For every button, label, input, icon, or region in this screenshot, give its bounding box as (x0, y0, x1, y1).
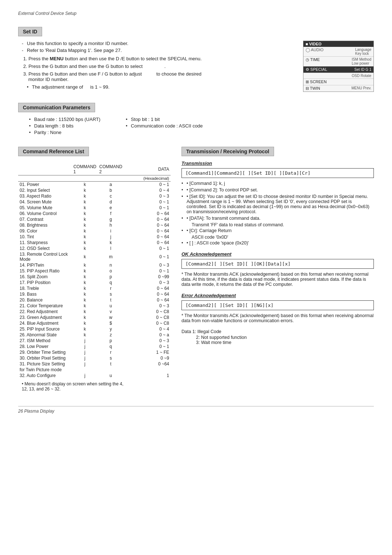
comm-params-cols: Baud rate : 115200 bps (UART) Data lengt… (18, 117, 374, 137)
note: • [Cr]: Carriage Return (181, 228, 374, 233)
note: • [Command 1]: k, j (181, 181, 374, 186)
table-row: 12. OSD Select k l 0 ~ 1 (18, 246, 171, 251)
cmd-name: 20. Balance (18, 297, 72, 303)
cmd2: p (98, 338, 124, 344)
cmd2: r (98, 285, 124, 291)
ok-ack-note: * The Monitor transmits ACK (acknowledge… (181, 272, 374, 287)
cmd2: $ (98, 320, 124, 326)
comm-params-section: Communication Parameters Baud rate : 115… (18, 103, 374, 137)
data-note-indent: Transmit 'FF' data to read status of com… (181, 222, 374, 227)
bullet-item: Use this function to specify a monitor I… (22, 41, 292, 46)
cmd2: u (98, 303, 124, 309)
table-row: 27. ISM Method j p 0 ~ 3 (18, 338, 171, 344)
step-2: 2. Press the G button and then use the G… (23, 64, 292, 69)
cmd2: s (98, 291, 124, 297)
note: • [Command 2]: To control PDP set. (181, 187, 374, 193)
cmd1: k (72, 274, 98, 280)
cmd-data: 0 ~ 4 (124, 187, 171, 193)
cmd-name: 05. Volume Mute (18, 205, 72, 211)
cmd-data: 0 ~ 1 (124, 246, 171, 251)
cmd-data (124, 367, 171, 373)
cmd-name: 14. PIP/Twin (18, 262, 72, 268)
cmd-name: 15. PIP Aspect Ratio (18, 268, 72, 274)
cmd-data: 0 ~ 1 (124, 205, 171, 211)
cmd-name: 07. Contrast (18, 216, 72, 222)
cmd2: h (98, 222, 124, 228)
cmd-data: 0 ~ 1 (124, 268, 171, 274)
table-row: for Twin Picture mode (18, 367, 171, 373)
error-ack-note: * The Monitor transmits ACK (acknowledge… (181, 313, 374, 323)
cmd-data: 0 ~ 64 (124, 211, 171, 216)
cmd2: o (98, 268, 124, 274)
ok-ack-title: OK Acknowledgement (181, 251, 374, 257)
cmd1: k (72, 182, 98, 188)
comm-param: Parity : None (29, 130, 101, 135)
error-ack-box: [Command2][ ][Set ID][ ][NG][x] (181, 300, 374, 310)
table-row: 22. Red Adjustment k v 0 ~ C8 (18, 309, 171, 315)
cmd2: u (98, 373, 124, 378)
cmd-data: 0 ~ 3 (124, 193, 171, 199)
cmd-data: 0 ~ 64 (124, 240, 171, 246)
transmission-box: [Command1][Command2][ ][Set ID][ ][Data]… (181, 168, 374, 178)
table-row: 16. Split Zoom k p 0 ~99 (18, 274, 171, 280)
error-ack-title: Error Acknowledgement (181, 293, 374, 298)
cmd-data: 0 ~ 3 (124, 303, 171, 309)
data-notes: Data 1: Illegal Code 2: Not supported fu… (181, 329, 374, 345)
cmd1: j (72, 349, 98, 355)
table-row: 26. Abnormal State k z 0 ~ a (18, 332, 171, 338)
trans-title: Transmission (181, 161, 374, 166)
cmd-data: 0 ~9 (124, 355, 171, 361)
cmd-name: 29. Orbiter Time Setting (18, 349, 72, 355)
header-title: External Control Device Setup (18, 11, 77, 16)
step-list: 1. Press the MENU button and then use th… (18, 56, 292, 90)
table-row: 15. PIP Aspect Ratio k o 0 ~ 1 (18, 268, 171, 274)
table-row: 20. Balance k t 0 ~ 64 (18, 297, 171, 303)
cmd2: s (98, 355, 124, 361)
note: • [ ] : ASCII code 'space (0x20)' (181, 240, 374, 246)
cmd-data: 0 ~ 64 (124, 216, 171, 222)
cmd1: k (72, 228, 98, 234)
table-row: 03. Aspect Ratio k c 0 ~ 3 (18, 193, 171, 199)
cmd-name: 12. OSD Select (18, 246, 72, 251)
cmd2: d (98, 199, 124, 205)
cmd-data: 0 ~ 1 (124, 182, 171, 188)
cmd1: k (72, 262, 98, 268)
cmd2: z (98, 332, 124, 338)
cmd1: k (72, 246, 98, 251)
table-row: 21. Color Temperature k u 0 ~ 3 (18, 303, 171, 309)
cr-note-indent: ASCII code '0x0D' (181, 235, 374, 240)
cmd2: w (98, 315, 124, 320)
col-subheader-empty3 (98, 175, 124, 182)
cmd-data: 0 ~ 1 (124, 199, 171, 205)
cmd-data: 0 ~ 3 (124, 280, 171, 285)
cmd1: k (72, 211, 98, 216)
step-3: 3. Press the G button and then use F / G… (23, 71, 292, 90)
cmd2: m (98, 251, 124, 262)
cmd2: n (98, 262, 124, 268)
cmd2: i (98, 228, 124, 234)
ok-ack-box: [Command2][ ][Set ID][ ][OK][Data][x] (181, 259, 374, 269)
data-note-1: Data 1: Illegal Code (181, 329, 374, 334)
set-id-text: Use this function to specify a monitor I… (18, 41, 292, 93)
set-id-title: Set ID (18, 27, 42, 36)
cmd2: p (98, 274, 124, 280)
cmd-table: COMMAND 1 COMMAND 2 DATA (Hexadecimal) 0… (18, 163, 171, 378)
note: • [DATA]: To transmit command data. (181, 216, 374, 221)
cmd-name: 17. PIP Position (18, 280, 72, 285)
cmd1: k (72, 240, 98, 246)
cmd-data: 0 ~ 64 (124, 291, 171, 297)
cmd-name: 27. ISM Method (18, 338, 72, 344)
set-id-bullets: Use this function to specify a monitor I… (18, 41, 292, 53)
cmd2 (98, 367, 124, 373)
table-row: 29. Orbiter Time Setting j r 1 ~ FE (18, 349, 171, 355)
cmd2: j (98, 234, 124, 240)
cmd1: k (72, 193, 98, 199)
cmd-name: 28. Low Power (18, 344, 72, 349)
cmd-name: 08. Brightness (18, 222, 72, 228)
cmd-data: 1 (124, 373, 171, 378)
cmd1 (72, 367, 98, 373)
cmd-name: 10. Tint (18, 234, 72, 240)
table-row: 07. Contrast k g 0 ~ 64 (18, 216, 171, 222)
cmd2: t (98, 361, 124, 367)
bullet-item: Refer to 'Real Data Mapping 1'. See page… (22, 48, 292, 53)
